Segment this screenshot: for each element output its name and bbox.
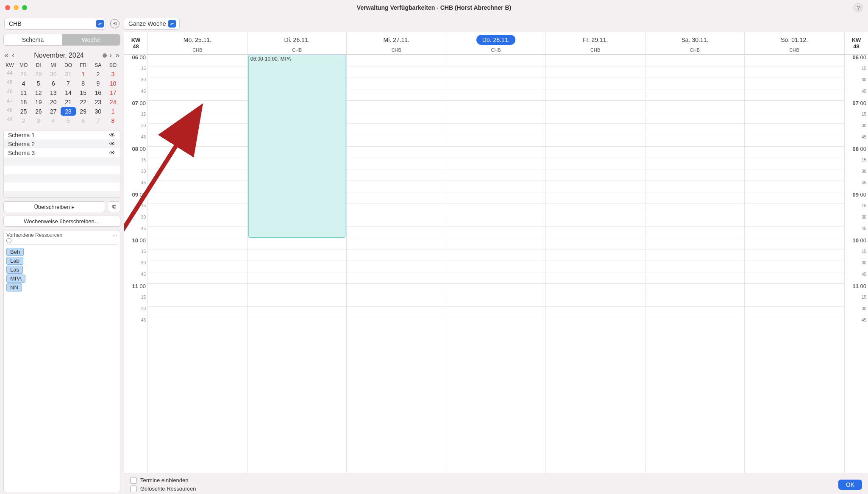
cal-day[interactable]: 2 [16,117,31,125]
cal-day[interactable]: 19 [31,98,46,106]
kw-label: KW [852,37,861,43]
hour-label: 10 00 [852,237,866,244]
titlebar: Verwaltung Verfügbarkeiten - CHB (Horst … [0,0,868,15]
schema-row[interactable]: Schema 3👁 [4,148,120,157]
cal-day[interactable]: 8 [106,117,120,125]
cal-day[interactable]: 7 [91,117,106,125]
day-column[interactable] [148,55,248,494]
range-combo[interactable]: Ganze Woche ▴▾ [124,18,180,30]
schema-list[interactable]: Schema 1👁Schema 2👁Schema 3👁 [3,130,120,198]
overwrite-button[interactable]: Überschreiben ▸ [3,201,105,212]
cal-day[interactable]: 7 [61,79,75,88]
cal-day[interactable]: 3 [106,70,120,78]
cal-day[interactable]: 6 [76,117,91,125]
cal-prev-icon[interactable]: ‹ [11,51,15,60]
cal-day[interactable]: 26 [31,107,46,116]
cal-day[interactable]: 4 [16,79,31,88]
day-column[interactable]: 06:00-10:00: MPA [248,55,347,494]
cal-day[interactable]: 1 [106,107,120,116]
cal-day[interactable]: 16 [91,89,106,97]
cal-day[interactable]: 24 [106,98,120,106]
resource-chip[interactable]: Lab [6,257,23,265]
overwrite-menu-button[interactable]: ⧉ [108,201,120,212]
day-header[interactable]: Do. 28.11.CHB [446,32,546,54]
schema-row[interactable]: Schema 1👁 [4,130,120,139]
day-sub: CHB [645,47,745,53]
tab-woche[interactable]: Woche [62,34,120,45]
cal-header: KW [3,61,16,69]
cal-day[interactable]: 31 [61,70,75,78]
day-header[interactable]: Sa. 30.11.CHB [645,32,745,54]
day-header[interactable]: So. 01.12.CHB [745,32,844,54]
day-column[interactable] [446,55,546,494]
cal-day[interactable]: 6 [46,79,61,88]
cal-day[interactable]: 4 [46,117,61,125]
minute-label: 15 [141,158,146,162]
cal-day[interactable]: 5 [61,117,75,125]
cal-day[interactable]: 17 [106,89,120,97]
day-header[interactable]: Fr. 29.11.CHB [546,32,645,54]
cal-day[interactable]: 13 [46,89,61,97]
cal-header: MO [16,61,31,69]
resource-chip[interactable]: MPA [6,275,25,283]
cal-day[interactable]: 10 [106,79,120,88]
day-column[interactable] [546,55,645,494]
cal-day[interactable]: 3 [31,117,46,125]
minute-label: 15 [141,295,146,300]
cal-today-dot[interactable] [103,53,107,58]
resource-chip[interactable]: Las [6,266,23,274]
cal-day[interactable]: 28 [61,107,75,116]
cal-day[interactable]: 18 [16,98,31,106]
hour-label: 09 00 [852,191,866,198]
cal-day[interactable]: 29 [76,107,91,116]
cal-day[interactable]: 22 [76,98,91,106]
cal-day[interactable]: 30 [46,70,61,78]
visibility-icon[interactable]: 👁 [109,140,116,147]
cal-day[interactable]: 11 [16,89,31,97]
termine-checkbox[interactable] [130,477,137,484]
cal-day[interactable]: 20 [46,98,61,106]
cal-day[interactable]: 8 [76,79,91,88]
day-header[interactable]: Mi. 27.11.CHB [347,32,446,54]
resource-combo[interactable]: CHB ▴▾ [4,18,106,30]
schema-row[interactable]: Schema 2👁 [4,139,120,148]
day-column[interactable] [745,55,844,494]
minute-label: 45 [141,318,146,322]
cal-day[interactable]: 25 [16,107,31,116]
calendar-event[interactable]: 06:00-10:00: MPA [248,55,346,238]
day-header[interactable]: Mo. 25.11.CHB [148,32,248,54]
cal-day[interactable]: 5 [31,79,46,88]
resource-chip[interactable]: Beh [6,248,24,256]
overwrite-weekly-button[interactable]: Wochenweise überschreiben… [3,216,120,227]
cal-day[interactable]: 12 [31,89,46,97]
cal-day[interactable]: 15 [76,89,91,97]
cal-day[interactable]: 2 [91,70,106,78]
resources-radio[interactable] [6,238,11,243]
tab-schema[interactable]: Schema [4,34,62,45]
cal-day[interactable]: 30 [91,107,106,116]
cal-day[interactable]: 29 [31,70,46,78]
cal-day[interactable]: 9 [91,79,106,88]
resource-chip[interactable]: NN [6,283,22,291]
cal-next-icon[interactable]: › [108,51,113,60]
mini-calendar: « ‹ November, 2024 › » KWMODIMIDOFRSASO4… [3,49,120,127]
cal-day[interactable]: 27 [46,107,61,116]
view-segmented[interactable]: Schema Woche [3,34,120,46]
visibility-icon[interactable]: 👁 [109,131,116,139]
history-button[interactable]: ⟲ [110,19,120,28]
cal-last-icon[interactable]: » [114,51,120,60]
ok-button[interactable]: OK [838,480,862,490]
day-sub: CHB [546,47,645,53]
day-column[interactable] [645,55,745,494]
visibility-icon[interactable]: 👁 [109,149,116,156]
cal-first-icon[interactable]: « [3,51,9,60]
cal-day[interactable]: 14 [61,89,75,97]
cal-day[interactable]: 28 [16,70,31,78]
deleted-checkbox[interactable] [130,486,137,492]
day-column[interactable] [347,55,446,494]
cal-day[interactable]: 1 [76,70,91,78]
day-header[interactable]: Di. 26.11.CHB [248,32,347,54]
cal-day[interactable]: 23 [91,98,106,106]
cal-day[interactable]: 21 [61,98,75,106]
resources-more-icon[interactable]: ⋯ [112,232,117,238]
